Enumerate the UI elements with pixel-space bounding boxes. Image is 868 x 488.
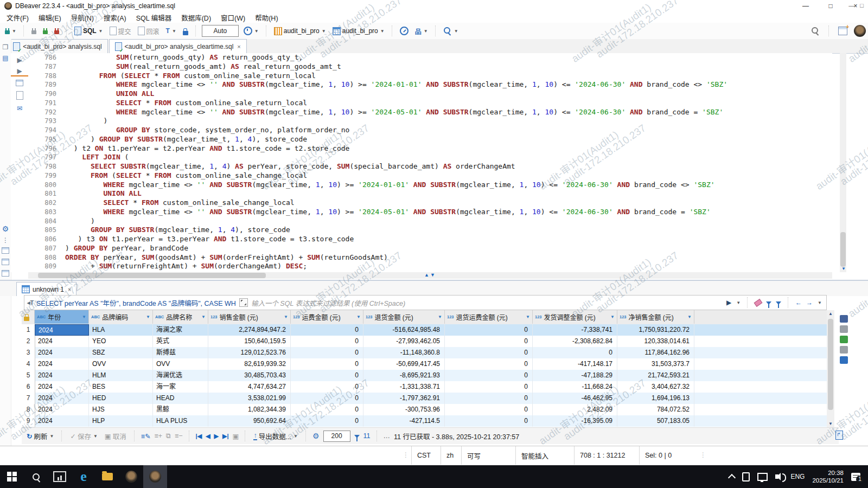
editor-tab[interactable]: ✓<audit_bi_pro> analysis.sql [7, 39, 107, 53]
menu-item[interactable]: 编辑(E) [39, 12, 61, 23]
usb-icon[interactable] [742, 472, 750, 481]
grid-cell[interactable]: -300,753.96 [363, 404, 445, 415]
grid-corner-cell[interactable] [22, 310, 35, 324]
dashboard-button[interactable] [398, 25, 410, 36]
filter-placeholder[interactable]: 输入一个 SQL 表达式来过滤结果 (使用 Ctrl+Space) [251, 298, 405, 308]
grid-cell[interactable]: 2024 [35, 370, 89, 381]
language-indicator[interactable]: ENG [790, 473, 805, 480]
result-settings-gear-icon[interactable]: ⚙ [312, 432, 320, 440]
grid-cell[interactable]: -1,331,338.71 [363, 381, 445, 393]
column-header[interactable]: 123销售金额 (元)▼ [208, 310, 291, 324]
dbeaver-perspective-icon[interactable] [854, 25, 866, 37]
taskbar-clock[interactable]: 20:38 2025/10/21 [812, 469, 844, 484]
grid-cell[interactable]: -417,148.17 [533, 358, 617, 370]
outline-view-icon[interactable] [0, 270, 11, 278]
maximize-view-icon[interactable]: □ [860, 2, 864, 9]
menu-item[interactable]: 文件(F) [7, 12, 29, 23]
delete-row-icon[interactable]: ≡− [175, 432, 183, 440]
quick-search-icon[interactable] [812, 27, 818, 34]
menu-item[interactable]: SQL 编辑器 [136, 12, 172, 23]
minimize-view-icon[interactable]: — [848, 2, 854, 9]
grid-cell[interactable]: 黑鲸 [153, 404, 208, 415]
row-number[interactable]: 2 [22, 336, 35, 348]
grid-cell[interactable]: 784,072.52 [617, 404, 694, 415]
back-icon[interactable]: ← [795, 299, 802, 306]
column-header[interactable]: 123退货金额 (元)▼ [363, 310, 445, 324]
grid-cell[interactable]: 0 [445, 404, 533, 415]
file-explorer-button[interactable] [95, 465, 119, 488]
row-number[interactable]: 9 [22, 415, 35, 427]
grid-cell[interactable]: OVV [89, 358, 153, 370]
disconnect-button[interactable] [53, 27, 61, 35]
scrollbar-thumb[interactable] [828, 319, 833, 410]
grid-cell[interactable]: 海一家 [153, 381, 208, 393]
taskbar-search-button[interactable] [24, 465, 48, 488]
sort-icon[interactable]: ▼ [284, 314, 288, 319]
grid-cell[interactable]: -46,462.95 [533, 393, 617, 404]
grid-cell[interactable]: -50,699,417.45 [363, 358, 445, 370]
sash-toggle-icons[interactable]: ▲▼ [424, 272, 436, 278]
row-limit-funnel-icon[interactable] [354, 435, 360, 438]
editor-vertical-scrollbar[interactable]: ▼ [840, 53, 846, 272]
database-navigator-icon[interactable]: ▤ [0, 54, 11, 62]
forward-icon[interactable]: → [806, 299, 813, 306]
grid-cell[interactable]: 117,864,162.96 [617, 347, 694, 358]
grid-cell[interactable]: -16,395.09 [533, 415, 617, 427]
grid-cell[interactable]: 海澜优选 [153, 370, 208, 381]
scrollbar-thumb[interactable] [38, 273, 266, 278]
scroll-down-icon[interactable]: ▼ [827, 421, 834, 426]
row-number[interactable]: 4 [22, 358, 35, 370]
dbeaver-taskbar-button[interactable] [143, 465, 167, 488]
column-header[interactable]: 123发货调整金额 (元)▼ [533, 310, 617, 324]
close-icon[interactable]: × [237, 43, 240, 50]
grid-cell[interactable]: 海澜之家 [153, 324, 208, 336]
row-number[interactable]: 3 [22, 347, 35, 359]
history-dropdown-icon[interactable]: ▼ [818, 300, 822, 305]
row-number[interactable]: 7 [22, 393, 35, 404]
execute-statement-icon[interactable]: ▶ [11, 56, 28, 64]
open-perspective-icon[interactable] [838, 27, 847, 35]
scroll-down-icon[interactable]: ▼ [840, 266, 847, 271]
filter-expression[interactable]: SELECT perYear AS "年份", brandCode AS "品牌… [36, 298, 236, 308]
close-icon[interactable]: × [68, 286, 71, 293]
grid-cell[interactable]: -1,797,362.91 [363, 393, 445, 404]
first-row-icon[interactable]: |◀ [196, 433, 202, 440]
grid-cell[interactable]: HLP [89, 415, 153, 427]
status-caret-position[interactable]: 708 : 1 : 31212 [574, 446, 639, 465]
connect-button[interactable] [30, 27, 38, 35]
apply-filter-icon[interactable]: ▶ [726, 299, 731, 306]
grid-cell[interactable]: 120,338,014.61 [617, 336, 694, 347]
grid-cell[interactable]: 0 [445, 370, 533, 381]
mail-export-icon[interactable]: ✉ [11, 105, 28, 112]
grid-cell[interactable]: 0 [445, 336, 533, 347]
add-row-icon[interactable]: ≡+ [154, 432, 162, 440]
grid-cell[interactable]: 82,619,939.32 [208, 358, 291, 370]
maximize-button[interactable]: □ [818, 0, 843, 12]
result-grid[interactable]: ABC年份▼ABC品牌编码▼ABC品牌名称▼123销售金额 (元)▼123运费金… [22, 310, 827, 427]
grid-cell[interactable]: 950,692.64 [208, 415, 291, 427]
connection-selector[interactable]: audit_bi_pro ▼ [272, 26, 328, 36]
row-number[interactable]: 6 [22, 381, 35, 393]
sort-icon[interactable]: ▼ [201, 314, 206, 319]
grid-cell[interactable]: 0 [445, 347, 533, 358]
cancel-button[interactable]: ▣ 取消 [103, 430, 128, 442]
grid-cell[interactable]: 0 [291, 381, 363, 393]
menu-item[interactable]: 帮助(H) [255, 12, 278, 23]
grid-cell[interactable]: -11,148,360.8 [363, 347, 445, 358]
reconnect-button[interactable] [41, 27, 49, 35]
grid-cell[interactable]: HLA PLUS [153, 415, 208, 427]
grid-cell[interactable]: -7,338,741 [533, 324, 617, 336]
sort-icon[interactable]: ▼ [356, 314, 361, 319]
grid-cell[interactable]: 0 [445, 415, 533, 427]
menu-item[interactable]: 窗口(W) [221, 12, 245, 23]
metadata-panel-icon[interactable] [840, 346, 848, 354]
gear-icon[interactable]: ⚙ [0, 224, 11, 233]
file-view-icon[interactable] [0, 259, 11, 267]
open-in-editor-icon[interactable] [835, 431, 843, 440]
grid-cell[interactable]: 2,482.09 [533, 404, 617, 415]
export-button[interactable]: ↑ 导出数据... ▼ [252, 430, 299, 442]
menu-item[interactable]: 导航(N) [71, 12, 94, 23]
grid-panel-icon[interactable] [840, 315, 848, 323]
duplicate-row-icon[interactable]: ⧉ [166, 432, 171, 440]
grid-cell[interactable]: YEO [89, 336, 153, 347]
